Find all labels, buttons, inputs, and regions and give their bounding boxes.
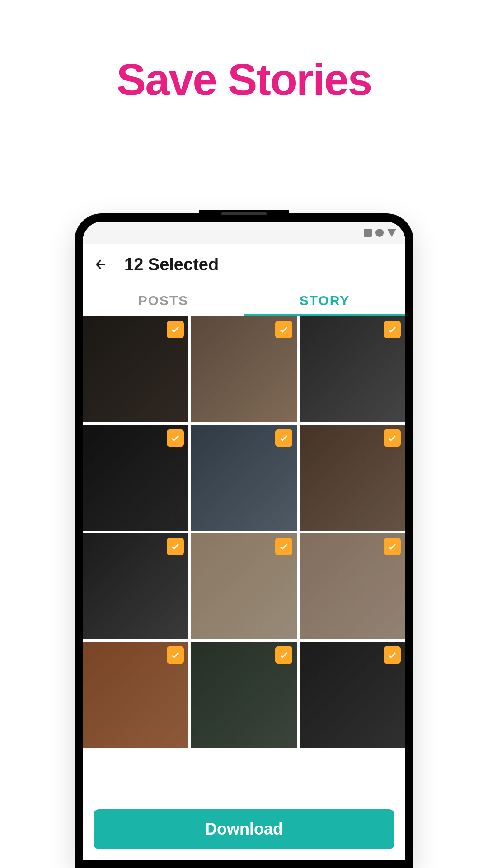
grid-item[interactable] xyxy=(300,533,405,639)
promo-headline: Save Stories xyxy=(0,54,488,105)
phone-speaker xyxy=(221,212,267,215)
selection-checkbox[interactable] xyxy=(167,646,184,664)
grid-item[interactable] xyxy=(300,642,405,748)
selection-checkbox[interactable] xyxy=(167,321,184,338)
selection-checkbox[interactable] xyxy=(167,538,184,555)
tabs: POSTS STORY xyxy=(83,285,405,316)
status-circle-icon xyxy=(375,229,384,237)
selection-checkbox[interactable] xyxy=(275,321,292,338)
selection-checkbox[interactable] xyxy=(384,429,401,447)
grid-item[interactable] xyxy=(191,425,297,531)
check-icon xyxy=(278,650,289,660)
check-icon xyxy=(278,433,289,443)
phone-screen: 12 Selected POSTS STORY xyxy=(83,222,405,860)
selection-count: 12 Selected xyxy=(124,255,219,274)
grid-item[interactable] xyxy=(300,316,405,422)
download-button[interactable]: Download xyxy=(94,809,394,849)
grid-item[interactable] xyxy=(191,533,297,639)
check-icon xyxy=(278,541,289,552)
check-icon xyxy=(387,650,398,660)
grid-item[interactable] xyxy=(300,425,405,531)
back-button[interactable] xyxy=(92,255,110,274)
app-header: 12 Selected xyxy=(83,244,405,285)
phone-notch xyxy=(199,210,289,219)
phone-frame: 12 Selected POSTS STORY xyxy=(75,213,413,868)
tab-story[interactable]: STORY xyxy=(244,285,405,316)
check-icon xyxy=(278,324,289,335)
check-icon xyxy=(170,541,181,552)
grid-item[interactable] xyxy=(83,425,188,531)
check-icon xyxy=(170,433,181,443)
check-icon xyxy=(387,324,398,335)
check-icon xyxy=(387,433,398,443)
selection-checkbox[interactable] xyxy=(167,429,184,447)
grid-item[interactable] xyxy=(191,316,297,422)
grid-item[interactable] xyxy=(83,533,188,639)
grid-item[interactable] xyxy=(191,642,297,748)
tab-posts[interactable]: POSTS xyxy=(83,285,244,316)
selection-checkbox[interactable] xyxy=(384,646,401,664)
selection-checkbox[interactable] xyxy=(384,321,401,338)
download-bar: Download xyxy=(83,798,405,860)
selection-checkbox[interactable] xyxy=(275,538,292,555)
grid-item[interactable] xyxy=(83,642,188,748)
selection-checkbox[interactable] xyxy=(275,429,292,447)
status-triangle-icon xyxy=(387,229,396,237)
media-grid xyxy=(83,316,405,748)
status-square-icon xyxy=(364,229,372,237)
check-icon xyxy=(170,324,181,335)
status-bar xyxy=(83,222,405,244)
grid-item[interactable] xyxy=(83,316,188,422)
selection-checkbox[interactable] xyxy=(384,538,401,555)
arrow-left-icon xyxy=(94,257,108,272)
selection-checkbox[interactable] xyxy=(275,646,292,664)
check-icon xyxy=(170,650,181,660)
check-icon xyxy=(387,541,398,552)
